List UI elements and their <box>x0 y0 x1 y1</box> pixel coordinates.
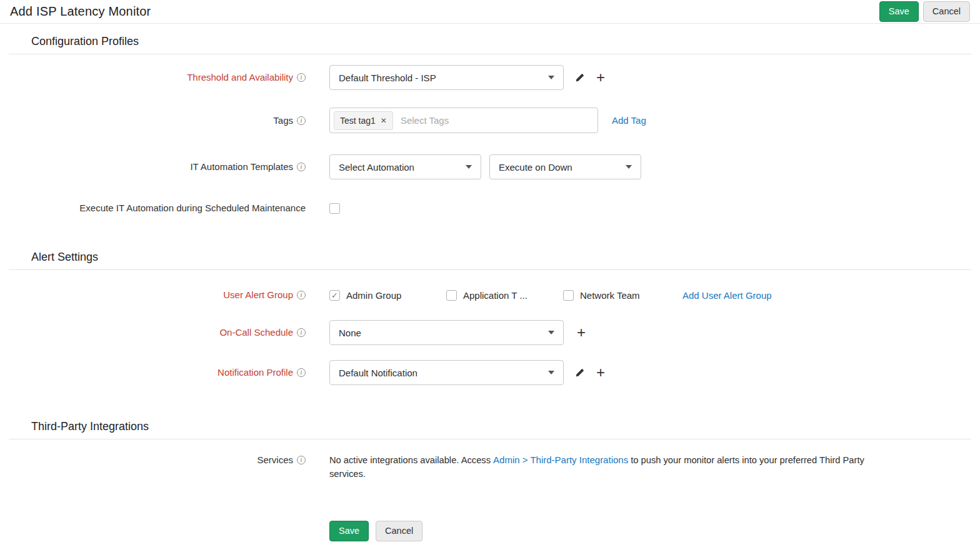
on-call-schedule-row: On-Call Schedule None <box>0 320 980 345</box>
chevron-down-icon <box>626 165 632 169</box>
section-configuration-profiles: Configuration Profiles <box>31 35 980 48</box>
tags-label: Tags <box>0 114 306 127</box>
section-divider <box>9 439 971 439</box>
add-icon[interactable] <box>575 326 588 339</box>
tags-placeholder: Select Tags <box>401 115 449 126</box>
checkbox-network-team[interactable]: Network Team <box>563 290 680 301</box>
save-button[interactable]: Save <box>879 1 919 22</box>
info-icon[interactable] <box>297 368 306 377</box>
header-actions: Save Cancel <box>879 1 970 22</box>
edit-icon[interactable] <box>575 368 584 378</box>
chevron-down-icon <box>466 165 472 169</box>
page-header: Add ISP Latency Monitor Save Cancel <box>0 0 980 24</box>
section-third-party-integrations: Third-Party Integrations <box>31 420 980 433</box>
on-call-schedule-label: On-Call Schedule <box>0 326 306 339</box>
tags-row: Tags Test tag1 Select Tags Add Tag <box>0 108 980 133</box>
it-automation-row: IT Automation Templates Select Automatio… <box>0 154 980 179</box>
automation-template-select[interactable]: Select Automation <box>329 154 481 179</box>
save-button[interactable]: Save <box>329 521 369 541</box>
add-icon[interactable] <box>594 366 607 379</box>
admin-third-party-integrations-link[interactable]: Admin > Third-Party Integrations <box>493 454 628 465</box>
user-alert-group-label: User Alert Group <box>0 289 306 301</box>
user-alert-group-row: User Alert Group Admin Group Application… <box>0 289 980 301</box>
tags-input[interactable]: Test tag1 Select Tags <box>329 108 598 133</box>
maintenance-row: Execute IT Automation during Scheduled M… <box>0 202 980 214</box>
cancel-button[interactable]: Cancel <box>376 521 422 541</box>
section-divider <box>9 269 971 270</box>
it-automation-label: IT Automation Templates <box>0 161 306 173</box>
threshold-row: Threshold and Availability Default Thres… <box>0 65 980 90</box>
notification-profile-select[interactable]: Default Notification <box>329 360 564 385</box>
notification-profile-row: Notification Profile Default Notificatio… <box>0 360 980 385</box>
automation-action-select[interactable]: Execute on Down <box>489 154 641 179</box>
add-icon[interactable] <box>594 71 607 84</box>
info-icon[interactable] <box>297 163 306 171</box>
info-icon[interactable] <box>297 291 306 299</box>
services-message: No active integrations available. Access… <box>329 453 870 481</box>
info-icon[interactable] <box>297 73 306 82</box>
info-icon[interactable] <box>297 116 306 125</box>
footer-actions: Save Cancel <box>329 521 980 541</box>
cancel-button[interactable]: Cancel <box>923 1 970 22</box>
tag-chip-label: Test tag1 <box>340 116 376 126</box>
page-title: Add ISP Latency Monitor <box>10 4 151 19</box>
checkbox-icon[interactable] <box>446 290 457 301</box>
automation-template-value: Select Automation <box>339 162 414 173</box>
on-call-schedule-value: None <box>339 328 361 338</box>
chevron-down-icon <box>548 371 554 374</box>
edit-icon[interactable] <box>575 73 584 83</box>
chevron-down-icon <box>548 76 554 79</box>
services-row: Services No active integrations availabl… <box>0 453 980 481</box>
add-user-alert-group-link[interactable]: Add User Alert Group <box>682 290 772 301</box>
section-divider <box>9 54 971 54</box>
section-alert-settings: Alert Settings <box>31 251 980 264</box>
chevron-down-icon <box>548 331 554 334</box>
services-label: Services <box>0 453 306 467</box>
tag-chip: Test tag1 <box>334 111 393 130</box>
maintenance-checkbox[interactable] <box>329 203 340 214</box>
info-icon[interactable] <box>297 328 306 337</box>
checkbox-icon[interactable] <box>563 290 574 301</box>
checkbox-icon[interactable] <box>329 290 340 301</box>
threshold-label: Threshold and Availability <box>0 71 306 84</box>
notification-profile-label: Notification Profile <box>0 366 306 379</box>
on-call-schedule-select[interactable]: None <box>329 320 564 345</box>
checkbox-admin-group[interactable]: Admin Group <box>329 290 446 301</box>
info-icon[interactable] <box>297 456 306 464</box>
checkbox-application-team[interactable]: Application T ... <box>446 290 563 301</box>
notification-profile-value: Default Notification <box>339 368 418 378</box>
threshold-select-value: Default Threshold - ISP <box>339 73 436 83</box>
automation-action-value: Execute on Down <box>499 162 572 173</box>
maintenance-label: Execute IT Automation during Scheduled M… <box>0 202 306 214</box>
add-tag-link[interactable]: Add Tag <box>612 115 646 126</box>
threshold-select[interactable]: Default Threshold - ISP <box>329 65 564 90</box>
remove-tag-icon[interactable] <box>381 117 387 124</box>
